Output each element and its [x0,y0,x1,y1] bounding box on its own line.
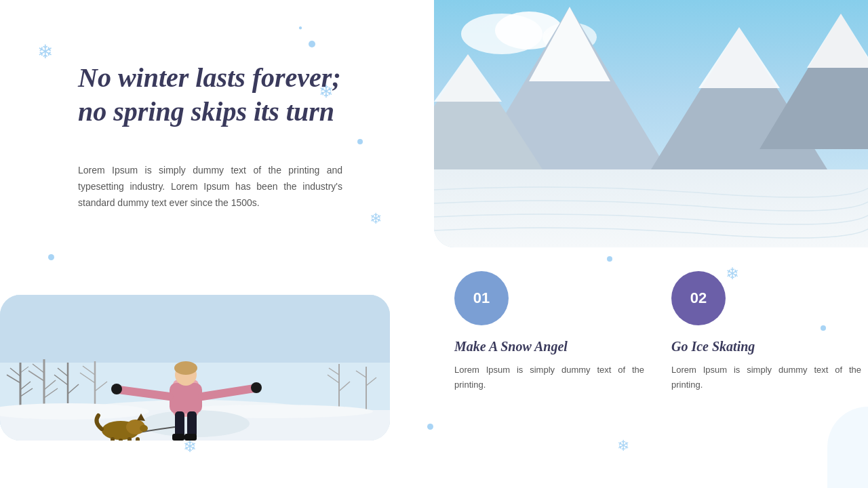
activity-02-title: Go Ice Skating [671,339,861,354]
svg-rect-65 [434,169,868,247]
activity-cards: 01 Make A Snow Angel Lorem Ipsum is simp… [454,271,861,392]
body-text: Lorem Ipsum is simply dummy text of the … [78,163,342,211]
activity-card-2: 02 Go Ice Skating Lorem Ipsum is simply … [671,271,861,392]
svg-point-40 [251,382,262,393]
svg-rect-43 [172,434,184,441]
ski-scene-svg [434,0,868,247]
badge-02: 02 [671,271,726,325]
headline-section: No winter lasts forever; no spring skips… [78,61,342,129]
headline-text: No winter lasts forever; no spring skips… [78,61,342,129]
winter-scene-svg [0,295,390,441]
activity-01-desc: Lorem Ipsum is simply dummy text of the … [454,363,644,392]
right-panel: 01 Make A Snow Angel Lorem Ipsum is simp… [434,0,868,488]
left-panel: No winter lasts forever; no spring skips… [0,0,441,488]
badge-02-number: 02 [690,289,707,307]
activity-02-desc: Lorem Ipsum is simply dummy text of the … [671,363,861,392]
badge-01-number: 01 [473,289,490,307]
badge-01: 01 [454,271,509,325]
svg-point-36 [174,361,197,375]
skiing-image [434,0,868,247]
svg-rect-1 [0,295,390,363]
svg-rect-34 [170,383,202,413]
winter-person-image [0,295,390,441]
svg-point-47 [140,425,148,432]
decorative-curve [827,407,868,488]
svg-rect-44 [184,434,197,441]
svg-point-38 [111,384,122,394]
activity-card-1: 01 Make A Snow Angel Lorem Ipsum is simp… [454,271,644,392]
svg-rect-41 [175,411,184,437]
svg-rect-42 [187,411,197,437]
activity-01-title: Make A Snow Angel [454,339,644,354]
